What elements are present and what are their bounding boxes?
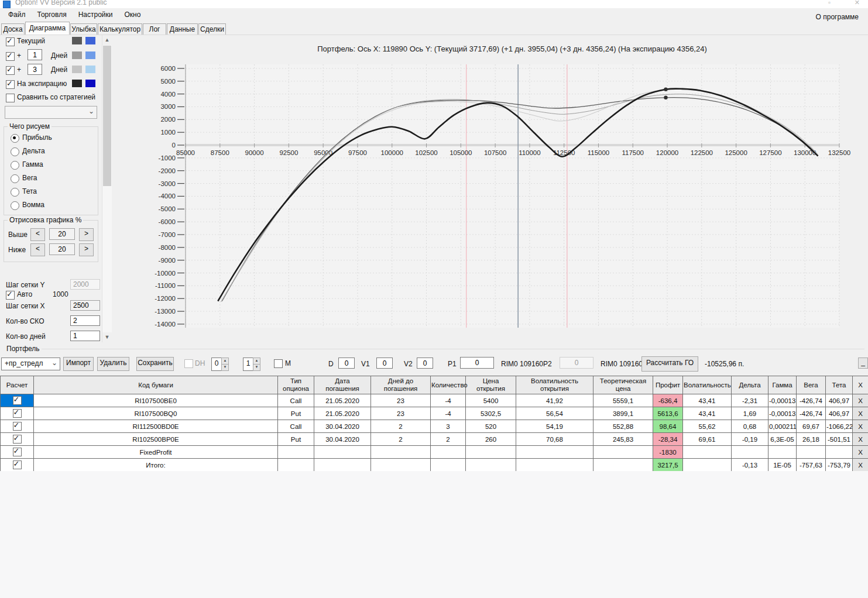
delete-button[interactable]: Удалить <box>97 357 129 371</box>
radio-Тета[interactable] <box>11 188 19 197</box>
render-below-input[interactable] <box>49 243 75 255</box>
cell: 69,67 <box>797 420 826 433</box>
radio-Дельта[interactable] <box>11 147 19 156</box>
layer-expiration-swatch-blue[interactable] <box>85 80 95 87</box>
svg-text:-7000: -7000 <box>159 231 176 238</box>
render-below-dec-button[interactable]: < <box>30 243 45 256</box>
save-button[interactable]: Сохранить <box>136 357 174 371</box>
radio-label-Гамма: Гамма <box>22 160 43 169</box>
layer-plus1-swatch-blue[interactable] <box>85 51 95 59</box>
row-checkbox[interactable] <box>13 409 22 418</box>
import-button[interactable]: Импорт <box>63 357 94 371</box>
layer-plus3-days-input[interactable] <box>28 64 42 75</box>
layer-plus3-checkbox[interactable] <box>6 66 15 75</box>
render-groupbox-label: Отрисовка графика % <box>8 216 83 224</box>
days-count-input[interactable] <box>70 331 100 341</box>
layer-plus3-swatch-dark[interactable] <box>72 66 82 73</box>
row-select-cell[interactable] <box>1 420 34 433</box>
layer-expiration-checkbox[interactable] <box>6 80 15 89</box>
profit-chart[interactable]: -14000-13000-12000-11000-10000-9000-8000… <box>112 35 868 344</box>
tab-Сделки[interactable]: Сделки <box>198 23 226 35</box>
m-checkbox[interactable] <box>274 359 283 368</box>
render-above-input[interactable] <box>49 228 75 240</box>
v2-input[interactable] <box>417 358 433 369</box>
minimize-panel-button[interactable]: _ <box>858 358 868 369</box>
row-select-cell[interactable] <box>1 407 34 420</box>
menu-item-Окно[interactable]: Окно <box>119 8 147 22</box>
layer-plus1-swatch-dark[interactable] <box>72 51 82 59</box>
close-icon[interactable]: ✕ <box>855 0 860 6</box>
cell <box>314 446 371 459</box>
tab-Данные[interactable]: Данные <box>167 23 198 35</box>
sko-count-input[interactable] <box>70 315 100 326</box>
layer-expiration-swatch-dark[interactable] <box>72 80 82 87</box>
cell: -757,63 <box>797 459 826 472</box>
layer-current-swatch-dark[interactable] <box>72 37 82 44</box>
row-select-cell[interactable] <box>1 394 34 407</box>
row-delete-button[interactable]: X <box>853 459 868 472</box>
spin-down-icon[interactable]: ▼ <box>221 364 229 371</box>
svg-text:-10000: -10000 <box>155 270 176 277</box>
layer-plus3-swatch-blue[interactable] <box>85 66 95 73</box>
layer-expiration-label: На экспирацию <box>17 80 67 88</box>
scroll-down-icon[interactable]: ▼ <box>102 332 112 342</box>
row-checkbox[interactable] <box>13 422 22 431</box>
grid-step-y-input[interactable] <box>70 279 100 290</box>
minimize-icon[interactable]: ▫ <box>828 0 831 6</box>
p1-input[interactable] <box>460 357 494 369</box>
row-checkbox[interactable] <box>13 396 22 405</box>
auto-checkbox[interactable] <box>6 291 15 300</box>
layer-plus1-days-input[interactable] <box>28 49 42 60</box>
calc-go-button[interactable]: Рассчитать ГО <box>641 356 698 372</box>
menu-item-Файл[interactable]: Файл <box>2 8 32 22</box>
row-checkbox[interactable] <box>13 435 22 444</box>
v1-input[interactable] <box>376 358 393 369</box>
cell: -0,000132 <box>768 394 797 407</box>
menu-item-Настройки[interactable]: Настройки <box>73 8 119 22</box>
render-below-inc-button[interactable]: > <box>79 243 94 256</box>
row-select-cell[interactable] <box>1 459 34 472</box>
svg-text:-6000: -6000 <box>159 218 176 225</box>
layer-plus1-checkbox[interactable] <box>6 52 15 61</box>
p2-input[interactable] <box>560 357 593 369</box>
radio-Прибыль[interactable] <box>11 134 19 143</box>
portfolio-preset-combobox[interactable]: +пр_стредл ⌄ <box>1 358 60 370</box>
row-checkbox[interactable] <box>13 460 22 469</box>
strategy-combobox[interactable]: ⌄ <box>5 106 97 119</box>
render-above-dec-button[interactable]: < <box>30 228 45 241</box>
sidebar-scrollbar[interactable]: ▲ ▼ <box>102 35 112 342</box>
radio-Гамма[interactable] <box>11 161 19 170</box>
tab-Улыбка[interactable]: Улыбка <box>70 23 97 35</box>
row-delete-button[interactable]: X <box>853 407 868 420</box>
app-icon <box>3 1 11 8</box>
scrollbar-thumb[interactable] <box>103 46 111 186</box>
grid-step-x-input[interactable] <box>70 300 100 311</box>
d-input[interactable] <box>338 358 355 369</box>
dh-checkbox[interactable] <box>184 359 193 368</box>
cell <box>466 459 516 472</box>
row-delete-button[interactable]: X <box>853 420 868 433</box>
column-header: Волатильность <box>683 376 732 394</box>
menu-item-Торговля[interactable]: Торговля <box>32 8 73 22</box>
radio-Вомма[interactable] <box>11 201 19 210</box>
row-delete-button[interactable]: X <box>853 446 868 459</box>
tab-Калькулятор[interactable]: Калькулятор <box>98 23 142 35</box>
render-above-inc-button[interactable]: > <box>79 228 94 241</box>
layer-current-checkbox[interactable] <box>6 37 15 46</box>
layer-current-swatch-blue[interactable] <box>85 37 95 44</box>
spin-down-icon[interactable]: ▼ <box>253 364 260 371</box>
tab-Лог[interactable]: Лог <box>143 23 166 35</box>
row-checkbox[interactable] <box>13 448 22 456</box>
row-delete-button[interactable]: X <box>853 394 868 407</box>
row-delete-button[interactable]: X <box>853 433 868 446</box>
radio-Вега[interactable] <box>11 174 19 183</box>
tab-Доска[interactable]: Доска <box>1 23 25 35</box>
cell: -426,74 <box>797 394 826 407</box>
portfolio-group-label: Портфель <box>5 345 42 353</box>
row-select-cell[interactable] <box>1 433 34 446</box>
row-select-cell[interactable] <box>1 446 34 459</box>
cell: 56,54 <box>516 407 593 420</box>
tab-Диаграмма[interactable]: Диаграмма <box>25 22 70 35</box>
compare-strategy-checkbox[interactable] <box>6 94 15 102</box>
scroll-up-icon[interactable]: ▲ <box>102 35 112 45</box>
